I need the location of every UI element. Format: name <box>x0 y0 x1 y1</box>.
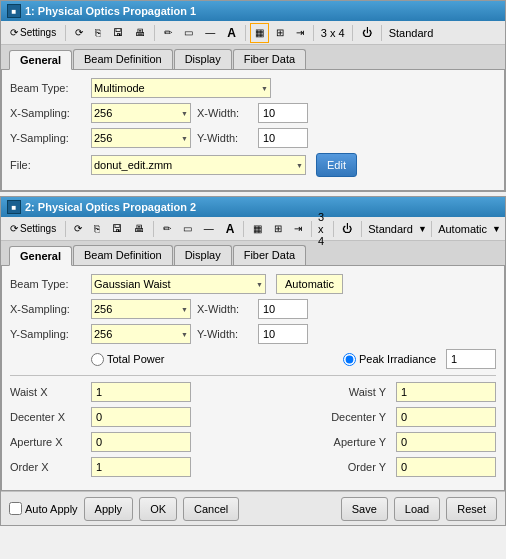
save-img-btn-2[interactable]: 🖫 <box>107 219 127 239</box>
ok-button[interactable]: OK <box>139 497 177 521</box>
sep6 <box>381 25 382 41</box>
automatic-button[interactable]: Automatic <box>276 274 343 294</box>
sep5 <box>352 25 353 41</box>
toolbar-1: ⟳ Settings ⟳ ⎘ 🖫 🖶 ✏ ▭ — A ▦ ⊞ ⇥ 3 x 4 ⏻… <box>1 21 505 45</box>
export-btn-1[interactable]: ⇥ <box>291 23 309 43</box>
order-y-input[interactable]: 0 <box>396 457 496 477</box>
tab-fiber-1[interactable]: Fiber Data <box>233 49 306 69</box>
table-btn-1[interactable]: ⊞ <box>271 23 289 43</box>
draw-btn-1[interactable]: ✏ <box>159 23 177 43</box>
beam-type-select-2[interactable]: Gaussian Waist <box>91 274 266 294</box>
x-sampling-wrapper-1: 256 <box>91 103 191 123</box>
x-width-input-2[interactable]: 10 <box>258 299 308 319</box>
text-btn-1[interactable]: A <box>222 23 241 43</box>
order-x-label: Order X <box>10 461 85 473</box>
apply-button[interactable]: Apply <box>84 497 134 521</box>
aperture-x-input[interactable]: 0 <box>91 432 191 452</box>
auto-apply-checkbox[interactable] <box>9 502 22 515</box>
copy-btn-1[interactable]: ⎘ <box>90 23 106 43</box>
settings-btn-2[interactable]: ⟳ Settings <box>5 219 61 239</box>
y-sampling-select-1[interactable]: 256 <box>91 128 191 148</box>
file-select-1[interactable]: donut_edit.zmm <box>91 155 306 175</box>
settings-icon-2: ⟳ <box>10 223 18 234</box>
auto-apply-label[interactable]: Auto Apply <box>9 502 78 515</box>
save-img-btn-1[interactable]: 🖫 <box>108 23 128 43</box>
title-bar-2: ■ 2: Physical Optics Propagation 2 <box>1 197 505 217</box>
rect-btn-2[interactable]: ▭ <box>178 219 197 239</box>
beam-type-row-2: Beam Type: Gaussian Waist Automatic <box>10 274 496 294</box>
settings-icon-1: ⟳ <box>10 27 18 38</box>
beam-type-select-wrapper-1: Multimode <box>91 78 271 98</box>
waist-y-input[interactable]: 1 <box>396 382 496 402</box>
x-sampling-wrapper-2: 256 <box>91 299 191 319</box>
title-bar-1: ■ 1: Physical Optics Propagation 1 <box>1 1 505 21</box>
grid-btn-2[interactable]: ▦ <box>248 219 267 239</box>
export-btn-2[interactable]: ⇥ <box>289 219 307 239</box>
aperture-y-input[interactable]: 0 <box>396 432 496 452</box>
load-button[interactable]: Load <box>394 497 440 521</box>
bottom-bar: Auto Apply Apply OK Cancel Save Load Res… <box>1 491 505 525</box>
file-row-1: File: donut_edit.zmm Edit <box>10 153 496 177</box>
settings-btn-1[interactable]: ⟳ Settings <box>5 23 61 43</box>
x-sampling-select-2[interactable]: 256 <box>91 299 191 319</box>
tab-display-2[interactable]: Display <box>174 245 232 265</box>
power-btn-1[interactable]: ⏻ <box>357 23 377 43</box>
total-power-radio[interactable] <box>91 353 104 366</box>
grid-btn-1[interactable]: ▦ <box>250 23 269 43</box>
decenter-x-label: Decenter X <box>10 411 85 423</box>
x-sampling-row-2: X-Sampling: 256 X-Width: 10 <box>10 299 496 319</box>
refresh-btn-1[interactable]: ⟳ <box>70 23 88 43</box>
line-btn-2[interactable]: — <box>199 219 219 239</box>
x-width-input-1[interactable]: 10 <box>258 103 308 123</box>
order-y-label: Order Y <box>331 461 386 473</box>
table-btn-2[interactable]: ⊞ <box>269 219 287 239</box>
tab-beam-1[interactable]: Beam Definition <box>73 49 173 69</box>
edit-button-1[interactable]: Edit <box>316 153 357 177</box>
rect-btn-1[interactable]: ▭ <box>179 23 198 43</box>
decenter-row: Decenter X 0 Decenter Y 0 <box>10 407 496 427</box>
window-title-1: 1: Physical Optics Propagation 1 <box>25 5 196 17</box>
peak-irradiance-radio-label[interactable]: Peak Irradiance <box>343 353 436 366</box>
copy-btn-2[interactable]: ⎘ <box>89 219 105 239</box>
beam-type-select-1[interactable]: Multimode <box>91 78 271 98</box>
sep3 <box>245 25 246 41</box>
decenter-x-input[interactable]: 0 <box>91 407 191 427</box>
text-btn-2[interactable]: A <box>221 219 240 239</box>
power-btn-2[interactable]: ⏻ <box>337 219 357 239</box>
tab-general-1[interactable]: General <box>9 50 72 70</box>
tabs-2: General Beam Definition Display Fiber Da… <box>1 241 505 266</box>
mode2-label-2: Automatic <box>435 223 490 235</box>
y-width-input-2[interactable]: 10 <box>258 324 308 344</box>
print-btn-1[interactable]: 🖶 <box>130 23 150 43</box>
y-width-input-1[interactable]: 10 <box>258 128 308 148</box>
aperture-x-label: Aperture X <box>10 436 85 448</box>
total-power-radio-label[interactable]: Total Power <box>91 353 164 366</box>
save-button[interactable]: Save <box>341 497 388 521</box>
window1: ■ 1: Physical Optics Propagation 1 ⟳ Set… <box>0 0 506 192</box>
beam-type-row-1: Beam Type: Multimode <box>10 78 496 98</box>
tab-general-2[interactable]: General <box>9 246 72 266</box>
line-btn-1[interactable]: — <box>200 23 220 43</box>
mode-label-2: Standard <box>365 223 416 235</box>
refresh-btn-2[interactable]: ⟳ <box>69 219 87 239</box>
print-btn-2[interactable]: 🖶 <box>129 219 149 239</box>
decenter-y-input[interactable]: 0 <box>396 407 496 427</box>
reset-button[interactable]: Reset <box>446 497 497 521</box>
waist-x-input[interactable]: 1 <box>91 382 191 402</box>
sep4 <box>313 25 314 41</box>
x-sampling-select-1[interactable]: 256 <box>91 103 191 123</box>
draw-btn-2[interactable]: ✏ <box>158 219 176 239</box>
beam-type-label-1: Beam Type: <box>10 82 85 94</box>
window-title-2: 2: Physical Optics Propagation 2 <box>25 201 196 213</box>
tab-fiber-2[interactable]: Fiber Data <box>233 245 306 265</box>
y-sampling-select-2[interactable]: 256 <box>91 324 191 344</box>
cancel-button[interactable]: Cancel <box>183 497 239 521</box>
peak-irradiance-radio[interactable] <box>343 353 356 366</box>
y-sampling-wrapper-2: 256 <box>91 324 191 344</box>
tab-beam-2[interactable]: Beam Definition <box>73 245 173 265</box>
tab-display-1[interactable]: Display <box>174 49 232 69</box>
peak-irradiance-input[interactable]: 1 <box>446 349 496 369</box>
order-x-input[interactable]: 1 <box>91 457 191 477</box>
y-sampling-label-2: Y-Sampling: <box>10 328 85 340</box>
size-label-1: 3 x 4 <box>318 27 348 39</box>
